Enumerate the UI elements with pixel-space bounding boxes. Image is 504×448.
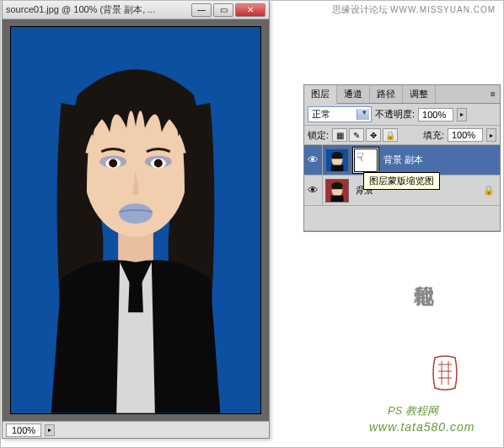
layer-empty-row [304,206,500,231]
fill-input[interactable]: 100% [448,128,483,142]
lock-icons: ▦ ✎ ✥ 🔒 [332,128,398,142]
svg-rect-15 [331,195,344,201]
layer-name[interactable]: 背景 副本 [383,154,423,166]
watermark-line2: www.tata580.com [369,420,475,434]
layer-list: 👁 背景 副本 ☟ 图层蒙版缩览图 👁 背景 🔒 [304,145,500,231]
maximize-button[interactable]: ▭ [213,3,233,17]
titlebar[interactable]: source01.jpg @ 100% (背景 副本, ... — ▭ ✕ [3,1,269,19]
forum-name: 思缘设计论坛 [332,4,388,14]
visibility-toggle[interactable]: 👁 [304,145,323,175]
visibility-toggle[interactable]: 👁 [304,175,323,205]
layer-mask-thumbnail[interactable] [354,148,378,172]
tab-channels[interactable]: 通道 [337,85,370,103]
layers-panel: 图层 通道 路径 调整 ≡ 正常 不透明度: 100% ▸ 锁定: ▦ ✎ ✥ … [303,84,501,232]
opacity-label: 不透明度: [375,108,415,121]
watermark-seal-icon [430,354,460,391]
lock-position-icon[interactable]: ✥ [366,128,381,142]
lock-icon: 🔒 [483,185,495,196]
blend-mode-value: 正常 [312,109,330,119]
blend-mode-select[interactable]: 正常 [308,106,372,122]
fill-arrow-icon[interactable]: ▸ [486,128,496,142]
zoom-input[interactable]: 100% [6,424,41,437]
portrait-image [11,27,260,413]
lock-label: 锁定: [308,129,329,142]
svg-point-8 [154,159,163,167]
tab-adjustments[interactable]: 调整 [403,85,436,103]
svg-rect-12 [331,165,344,170]
layer-row-copy[interactable]: 👁 背景 副本 ☟ [304,145,500,175]
minimize-button[interactable]: — [191,3,212,17]
document-window: source01.jpg @ 100% (背景 副本, ... — ▭ ✕ [2,0,270,439]
panel-menu-icon[interactable]: ≡ [486,85,500,103]
forum-url: WWW.MISSYUAN.COM [390,5,496,14]
watermark-line1: PS 教程网 [388,403,438,418]
svg-point-9 [119,203,153,224]
fill-label: 填充: [423,129,444,142]
status-bar: 100% ▸ [3,421,269,438]
window-buttons: — ▭ ✕ [191,3,265,17]
photo-canvas[interactable] [10,26,261,414]
right-area: 思缘设计论坛 WWW.MISSYUAN.COM 图层 通道 路径 调整 ≡ 正常… [303,0,504,448]
layer-thumbnail[interactable] [325,179,349,202]
tab-paths[interactable]: 路径 [370,85,403,103]
lock-fill-row: 锁定: ▦ ✎ ✥ 🔒 填充: 100% ▸ [304,126,500,145]
forum-label: 思缘设计论坛 WWW.MISSYUAN.COM [332,3,496,16]
panel-tabs: 图层 通道 路径 调整 ≡ [304,85,500,104]
opacity-input[interactable]: 100% [418,108,453,121]
opacity-arrow-icon[interactable]: ▸ [457,108,467,121]
blend-opacity-row: 正常 不透明度: 100% ▸ [304,104,500,126]
window-title: source01.jpg @ 100% (背景 副本, ... [6,3,191,16]
lock-transparency-icon[interactable]: ▦ [332,128,347,142]
canvas-area[interactable] [3,19,269,421]
lock-all-icon[interactable]: 🔒 [383,128,398,142]
svg-point-7 [109,159,117,167]
mask-tooltip: 图层蒙版缩览图 [363,172,440,190]
lock-pixels-icon[interactable]: ✎ [349,128,364,142]
close-button[interactable]: ✕ [235,3,265,17]
tab-layers[interactable]: 图层 [304,85,337,104]
status-arrow-icon[interactable]: ▸ [45,424,55,436]
layer-thumbnail[interactable] [325,148,349,172]
